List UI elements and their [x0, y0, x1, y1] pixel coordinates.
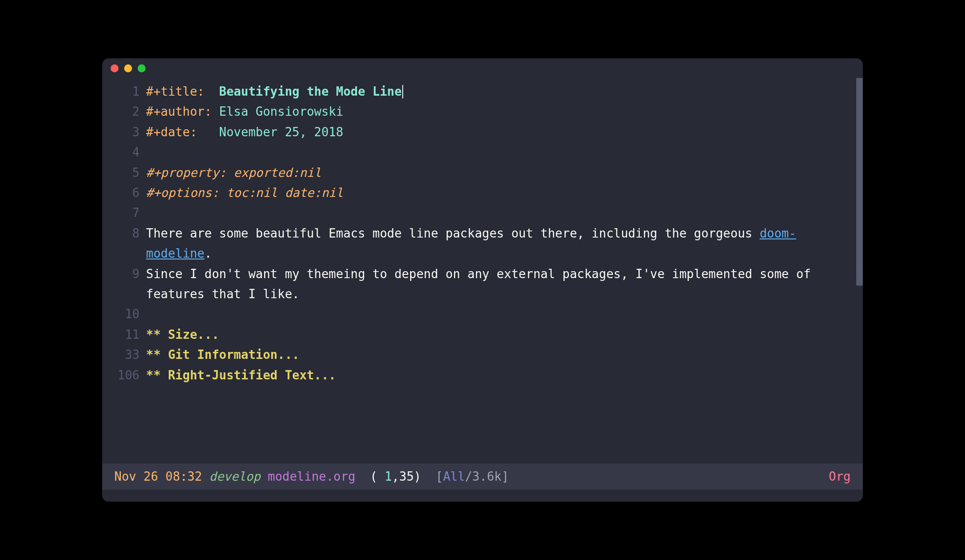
minibuffer — [102, 490, 863, 502]
line-number: 11 — [102, 325, 146, 345]
editor-window: 1#+title: Beautifying the Mode Line2#+au… — [102, 58, 863, 502]
line-number: 106 — [102, 365, 146, 385]
scrollbar-thumb[interactable] — [856, 78, 863, 286]
mode-line: Nov 26 08:32 develop modeline.org ( 1,35… — [102, 463, 863, 490]
text-cursor — [402, 85, 403, 98]
line-number: 3 — [102, 122, 146, 142]
zoom-icon[interactable] — [138, 64, 146, 72]
line-number: 5 — [102, 163, 146, 183]
editor-line[interactable]: 1#+title: Beautifying the Mode Line — [102, 82, 853, 102]
editor-line[interactable]: 9Since I don't want my themeing to depen… — [102, 264, 853, 305]
editor-line[interactable]: 4 — [102, 142, 853, 162]
line-number: 7 — [102, 203, 146, 223]
editor-line[interactable]: 5#+property: exported:nil — [102, 163, 853, 183]
line-content[interactable]: Since I don't want my themeing to depend… — [146, 264, 853, 305]
line-number: 2 — [102, 102, 146, 122]
editor-line[interactable]: 11** Size... — [102, 325, 853, 345]
line-number: 4 — [102, 142, 146, 162]
line-number: 33 — [102, 345, 146, 365]
line-content[interactable]: ** Git Information... — [146, 345, 853, 365]
editor-line[interactable]: 10 — [102, 304, 853, 324]
line-content[interactable]: #+author: Elsa Gonsiorowski — [146, 102, 853, 122]
modeline-bufinfo: [All/3.6k] — [436, 469, 509, 483]
editor-line[interactable]: 6#+options: toc:nil date:nil — [102, 183, 853, 203]
editor-line[interactable]: 2#+author: Elsa Gonsiorowski — [102, 102, 853, 122]
line-number: 10 — [102, 304, 146, 324]
editor-line[interactable]: 33** Git Information... — [102, 345, 853, 365]
close-icon[interactable] — [111, 64, 119, 72]
line-number: 8 — [102, 224, 146, 244]
window-titlebar — [102, 58, 863, 78]
editor-line[interactable]: 7 — [102, 203, 853, 223]
modeline-branch: develop — [210, 469, 261, 483]
minimize-icon[interactable] — [124, 64, 132, 72]
line-number: 6 — [102, 183, 146, 203]
line-content[interactable]: ** Right-Justified Text... — [146, 365, 853, 385]
doom-modeline-link[interactable]: doom-modeline — [146, 226, 796, 260]
modeline-position: ( 1,35) — [370, 469, 421, 483]
modeline-date: Nov 26 08:32 — [114, 469, 202, 483]
line-number: 9 — [102, 264, 146, 284]
line-content[interactable] — [146, 304, 853, 324]
line-content[interactable] — [146, 142, 853, 162]
line-content[interactable]: #+property: exported:nil — [146, 163, 853, 183]
line-content[interactable]: #+title: Beautifying the Mode Line — [146, 82, 853, 102]
editor-line[interactable]: 8There are some beautiful Emacs mode lin… — [102, 224, 853, 264]
line-content[interactable]: #+date: November 25, 2018 — [146, 122, 853, 142]
modeline-filename: modeline.org — [268, 469, 356, 483]
line-content[interactable]: There are some beautiful Emacs mode line… — [146, 224, 853, 264]
line-content[interactable]: #+options: toc:nil date:nil — [146, 183, 853, 203]
line-content[interactable] — [146, 203, 853, 223]
editor-line[interactable]: 106** Right-Justified Text... — [102, 365, 853, 385]
editor-line[interactable]: 3#+date: November 25, 2018 — [102, 122, 853, 142]
line-number: 1 — [102, 82, 146, 102]
buffer-area[interactable]: 1#+title: Beautifying the Mode Line2#+au… — [102, 78, 863, 463]
line-content[interactable]: ** Size... — [146, 325, 853, 345]
modeline-major-mode: Org — [829, 469, 851, 483]
